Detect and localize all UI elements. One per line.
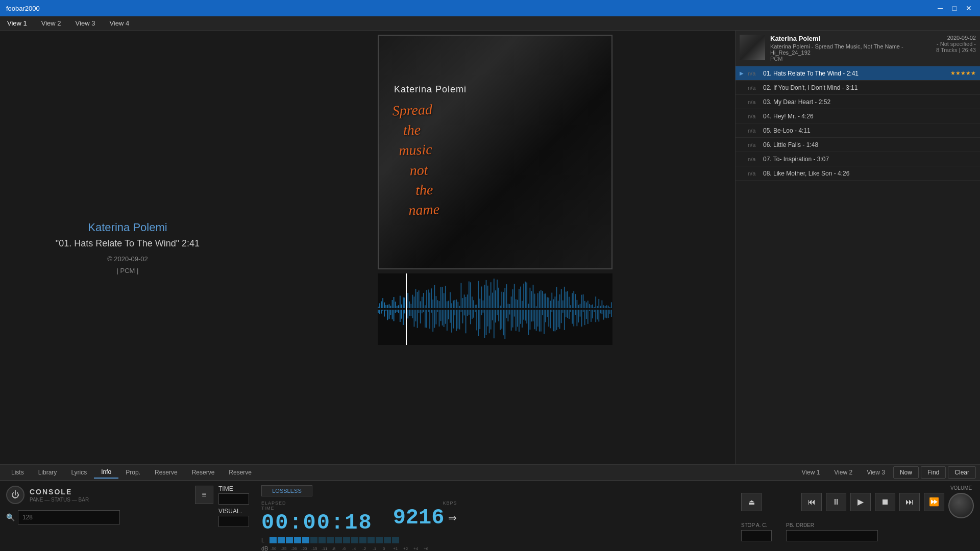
playlist-item-3[interactable]: n/a 04. Hey! Mr. - 4:26 xyxy=(736,109,980,123)
svg-rect-265 xyxy=(558,310,559,327)
svg-rect-103 xyxy=(539,291,540,308)
svg-rect-107 xyxy=(545,293,546,308)
svg-rect-256 xyxy=(544,310,545,334)
svg-rect-180 xyxy=(425,310,426,328)
playlist-item-4[interactable]: n/a 05. Be-Loo - 4:11 xyxy=(736,123,980,138)
right-tab-view3[interactable]: View 3 xyxy=(861,466,891,479)
menu-view1[interactable]: View 1 xyxy=(4,18,30,28)
svg-rect-52 xyxy=(459,306,460,308)
item-title: 01. Hats Relate To The Wind - 2:41 xyxy=(763,70,950,77)
svg-rect-6 xyxy=(387,305,388,308)
svg-rect-292 xyxy=(600,310,601,313)
tab-lists[interactable]: Lists xyxy=(4,467,31,478)
tab-reserve2[interactable]: Reserve xyxy=(185,467,222,478)
maximize-button[interactable]: □ xyxy=(949,3,960,13)
btn-now[interactable]: Now xyxy=(893,466,919,479)
playlist-item-6[interactable]: n/a 07. To- Inspiration - 3:07 xyxy=(736,152,980,166)
svg-rect-139 xyxy=(595,296,596,308)
tab-reserve1[interactable]: Reserve xyxy=(148,467,185,478)
tab-info[interactable]: Info xyxy=(94,466,118,479)
svg-rect-162 xyxy=(397,310,398,312)
svg-rect-110 xyxy=(550,301,551,309)
playlist-item-1[interactable]: n/a 02. If You Don't, I Don't Mind - 3:1… xyxy=(736,81,980,95)
svg-rect-242 xyxy=(522,310,523,328)
svg-rect-192 xyxy=(444,310,445,327)
item-num: n/a xyxy=(748,156,763,162)
svg-rect-283 xyxy=(586,310,587,319)
svg-rect-279 xyxy=(580,310,581,317)
svg-rect-136 xyxy=(591,305,592,308)
playlist-item-7[interactable]: n/a 08. Like Mother, Like Son - 4:26 xyxy=(736,166,980,181)
svg-rect-95 xyxy=(526,283,527,308)
console-label: CONSOLE xyxy=(30,488,195,496)
waveform[interactable] xyxy=(378,273,612,345)
album-art-artist: Katerina Polemi xyxy=(394,84,467,95)
svg-rect-281 xyxy=(583,310,584,312)
vu-segment xyxy=(286,537,293,543)
right-tab-view2[interactable]: View 2 xyxy=(828,466,859,479)
svg-rect-165 xyxy=(401,310,402,319)
volume-knob[interactable] xyxy=(948,493,974,518)
svg-rect-183 xyxy=(429,310,430,329)
tab-prop[interactable]: Prop. xyxy=(118,467,148,478)
playlist: ▶ n/a 01. Hats Relate To The Wind - 2:41… xyxy=(736,66,980,464)
pause-button[interactable]: ⏸ xyxy=(826,493,846,511)
playlist-item-2[interactable]: n/a 03. My Dear Heart - 2:52 xyxy=(736,95,980,109)
item-num: n/a xyxy=(748,128,763,134)
ff-button[interactable]: ⏩ xyxy=(924,493,944,511)
btn-clear[interactable]: Clear xyxy=(948,466,976,479)
db-tick: -1 xyxy=(373,546,382,551)
db-tick: -11 xyxy=(322,546,331,551)
menu-view4[interactable]: View 4 xyxy=(106,18,132,28)
eject-button[interactable]: ⏏ xyxy=(741,493,762,511)
menu-button[interactable]: ≡ xyxy=(195,486,213,504)
svg-rect-55 xyxy=(464,294,465,308)
menu-view2[interactable]: View 2 xyxy=(38,18,64,28)
svg-rect-219 xyxy=(486,310,487,335)
tab-library[interactable]: Library xyxy=(31,467,64,478)
svg-rect-191 xyxy=(442,310,443,325)
prev-button[interactable]: ⏮ xyxy=(801,493,822,511)
svg-rect-275 xyxy=(573,310,574,327)
svg-rect-37 xyxy=(436,296,437,308)
playlist-item-5[interactable]: n/a 06. Little Falls - 1:48 xyxy=(736,138,980,152)
svg-rect-251 xyxy=(536,310,537,331)
tab-lyrics[interactable]: Lyrics xyxy=(64,467,94,478)
play-button[interactable]: ▶ xyxy=(850,493,871,511)
svg-rect-145 xyxy=(605,306,606,308)
close-button[interactable]: ✕ xyxy=(964,3,974,13)
db-tick: -2 xyxy=(362,546,372,551)
menu-view3[interactable]: View 3 xyxy=(72,18,99,28)
item-title: 03. My Dear Heart - 2:52 xyxy=(763,98,976,106)
svg-rect-58 xyxy=(469,282,470,309)
svg-rect-69 xyxy=(486,280,487,308)
playlist-item-0[interactable]: ▶ n/a 01. Hats Relate To The Wind - 2:41… xyxy=(736,66,980,81)
svg-rect-199 xyxy=(454,310,455,315)
svg-rect-7 xyxy=(389,304,390,308)
svg-rect-57 xyxy=(467,294,468,308)
svg-rect-113 xyxy=(555,296,556,308)
svg-rect-266 xyxy=(559,310,560,329)
right-tab-view1[interactable]: View 1 xyxy=(796,466,826,479)
btn-find[interactable]: Find xyxy=(921,466,946,479)
svg-rect-23 xyxy=(414,296,415,308)
svg-rect-116 xyxy=(559,294,560,308)
svg-rect-111 xyxy=(551,293,552,308)
minimize-button[interactable]: ─ xyxy=(935,3,945,13)
vu-segment xyxy=(278,537,285,543)
center-panel: Katerina Polemi Spread the music not the… xyxy=(255,31,735,464)
svg-rect-234 xyxy=(509,310,510,315)
search-input[interactable] xyxy=(18,510,120,524)
next-button[interactable]: ⏭ xyxy=(899,493,920,511)
svg-rect-248 xyxy=(531,310,532,321)
power-button[interactable]: ⏻ xyxy=(6,486,24,504)
svg-rect-61 xyxy=(473,300,474,308)
vu-meter-left: L xyxy=(261,537,729,543)
stop-button[interactable]: ⏹ xyxy=(875,493,895,511)
svg-rect-62 xyxy=(475,305,476,309)
svg-rect-92 xyxy=(522,301,523,308)
right-bottom-tabs: View 1 View 2 View 3 Now Find Clear xyxy=(796,466,976,479)
svg-rect-224 xyxy=(494,310,495,338)
vu-segment xyxy=(302,537,309,543)
tab-reserve3[interactable]: Reserve xyxy=(222,467,259,478)
